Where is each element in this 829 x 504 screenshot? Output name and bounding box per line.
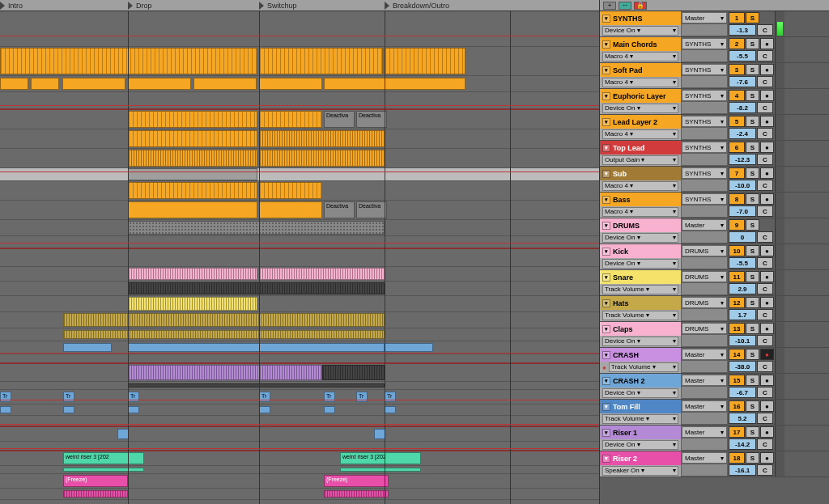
clip[interactable] (0, 48, 257, 74)
track-header[interactable]: ▾Claps (600, 322, 681, 336)
routing-chooser[interactable]: DRUMS▾ (682, 297, 727, 308)
device-chooser[interactable]: Macro 4 ▾ (602, 129, 678, 139)
track-header[interactable]: ▾CRASH 2 (600, 374, 681, 388)
device-chooser[interactable]: Device On ▾ (602, 259, 678, 269)
automation-clip[interactable] (128, 383, 385, 388)
track-row[interactable]: ▾Riser 1Device On ▾Master▾17S●-14.2C (600, 426, 829, 451)
fold-button[interactable]: ▾ (602, 273, 610, 282)
clip[interactable] (128, 406, 139, 413)
pan-control[interactable]: C (757, 438, 773, 450)
fold-button[interactable]: ▾ (602, 377, 610, 385)
clip[interactable] (324, 78, 466, 90)
track-header[interactable]: ▾Tom Fill (600, 400, 681, 413)
arm-button[interactable]: ● (760, 64, 774, 75)
track-row[interactable]: ▾CRASH●Track Volume ▾Master▾14S●-38.0C (600, 348, 829, 374)
clip[interactable] (128, 221, 385, 235)
clip[interactable] (128, 111, 257, 128)
track-activator[interactable]: 6 (729, 142, 745, 153)
clip[interactable] (385, 406, 396, 413)
fold-button[interactable]: ▾ (602, 15, 610, 23)
track-row[interactable]: ▾DRUMSDevice On ▾Master▾9S0C (600, 218, 829, 244)
arm-button[interactable]: ● (760, 90, 774, 101)
clip[interactable] (128, 182, 257, 199)
panel-plus-button[interactable]: + (603, 2, 616, 10)
routing-chooser[interactable]: SYNTHS▾ (682, 167, 727, 179)
routing-chooser[interactable]: Master▾ (682, 219, 727, 231)
solo-button[interactable]: S (746, 426, 759, 438)
pan-control[interactable]: C (757, 128, 773, 139)
routing-chooser[interactable]: SYNTHS▾ (682, 64, 727, 75)
track-row[interactable]: ▾Euphoric LayerDevice On ▾SYNTHS▾4S●-8.2… (600, 89, 829, 115)
pan-control[interactable]: C (757, 283, 773, 294)
clip-tr[interactable]: Tr (259, 392, 270, 402)
track-row[interactable]: ▾HatsTrack Volume ▾DRUMS▾12S●1.7C (600, 296, 829, 322)
track-volume[interactable]: -6.7 (729, 387, 756, 398)
pan-control[interactable]: C (757, 361, 773, 372)
panel-io-button[interactable]: ↔ (619, 2, 631, 10)
clip[interactable] (63, 490, 128, 498)
device-chooser[interactable]: Track Volume ▾ (602, 311, 678, 320)
track-activator[interactable]: 15 (729, 375, 745, 386)
track-volume[interactable]: 5.2 (729, 413, 756, 424)
clip[interactable] (374, 429, 385, 439)
clip[interactable] (340, 468, 421, 472)
track-volume[interactable]: 0 (729, 231, 756, 243)
solo-button[interactable]: S (746, 64, 759, 75)
pan-control[interactable]: C (757, 464, 773, 476)
solo-button[interactable]: S (746, 400, 759, 412)
fold-button[interactable]: ▾ (602, 196, 610, 204)
clip[interactable] (128, 201, 257, 218)
track-volume[interactable]: 2.9 (729, 283, 756, 294)
fold-button[interactable]: ▾ (602, 170, 610, 178)
clip-tr[interactable]: Tr (63, 392, 74, 402)
track-volume[interactable]: -2.4 (729, 128, 756, 139)
track-row[interactable]: ▾SYNTHSDevice On ▾Master▾1S-1.3C (600, 11, 829, 37)
solo-button[interactable]: S (746, 116, 759, 127)
solo-button[interactable]: S (746, 323, 759, 334)
track-row[interactable]: ▾Lead Layer 2Macro 4 ▾SYNTHS▾5S●-2.4C (600, 115, 829, 141)
arm-button[interactable]: ● (760, 426, 774, 438)
fold-button[interactable]: ▾ (602, 222, 610, 230)
pan-control[interactable]: C (757, 413, 773, 424)
solo-button[interactable]: S (746, 167, 759, 179)
clip[interactable] (259, 78, 322, 90)
clip-tr[interactable]: Tr (128, 392, 139, 402)
clip[interactable] (385, 343, 433, 352)
clip[interactable] (259, 182, 322, 199)
track-volume[interactable]: 1.7 (729, 309, 756, 320)
device-chooser[interactable]: Macro 4 ▾ (602, 207, 678, 217)
track-header[interactable]: ▾Hats (600, 296, 681, 310)
track-activator[interactable]: 18 (729, 452, 745, 464)
fold-button[interactable]: ▾ (602, 429, 610, 437)
track-activator[interactable]: 8 (729, 193, 745, 205)
track-row[interactable]: ▾Top LeadOutput Gain ▾SYNTHS▾6S●-12.3C (600, 141, 829, 167)
track-activator[interactable]: 12 (729, 297, 745, 308)
fold-button[interactable]: ▾ (602, 403, 610, 411)
track-activator[interactable]: 10 (729, 245, 745, 256)
pan-control[interactable]: C (757, 257, 773, 269)
clip[interactable] (128, 365, 322, 380)
track-header[interactable]: ▾Euphoric Layer (600, 89, 681, 103)
clip[interactable] (128, 282, 385, 294)
routing-chooser[interactable]: Master▾ (682, 349, 727, 360)
pan-control[interactable]: C (757, 231, 773, 243)
device-chooser[interactable]: Track Volume ▾ (602, 414, 678, 424)
clip-weird-riser[interactable]: weird riser 3 [202 (340, 452, 421, 464)
locator-drop[interactable]: Drop (128, 0, 152, 11)
clip-deactivated[interactable]: Deactiva (356, 111, 387, 128)
routing-chooser[interactable]: SYNTHS▾ (682, 38, 727, 49)
solo-button[interactable]: S (746, 297, 759, 308)
clip-freeze[interactable]: (Freeze) (63, 475, 128, 487)
track-header[interactable]: ▾SYNTHS (600, 11, 681, 25)
routing-chooser[interactable]: SYNTHS▾ (682, 142, 727, 153)
clip-tr[interactable]: Tr (0, 392, 11, 402)
track-header[interactable]: ▾DRUMS (600, 218, 681, 232)
track-row[interactable]: ▾Riser 2Speaker On ▾Master▾18S●-16.1C (600, 451, 829, 477)
arm-button[interactable]: ● (760, 297, 774, 308)
clip[interactable] (193, 78, 257, 90)
track-volume[interactable]: -5.5 (729, 257, 756, 269)
track-volume[interactable]: -5.5 (729, 50, 756, 61)
arm-button[interactable]: ● (760, 245, 774, 256)
track-row[interactable]: ▾Tom FillTrack Volume ▾Master▾16S●5.2C (600, 400, 829, 426)
track-activator[interactable]: 4 (729, 90, 745, 101)
